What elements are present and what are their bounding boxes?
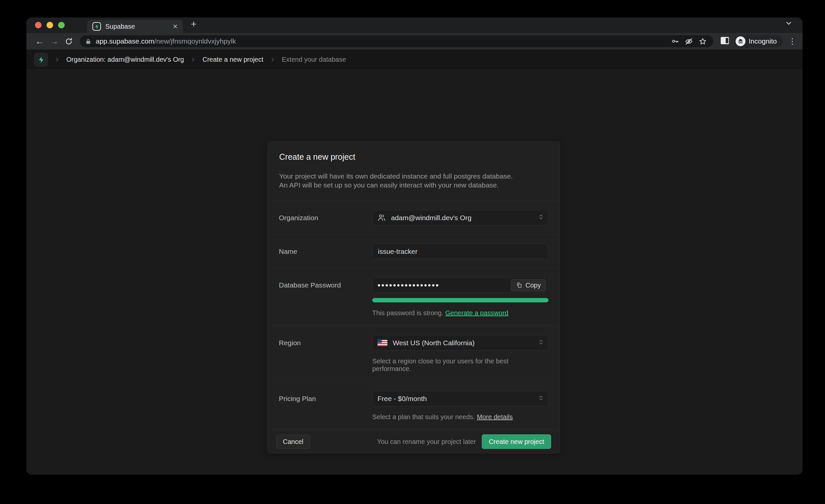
chevron-right-icon	[191, 57, 196, 62]
browser-menu-icon[interactable]: ⋮	[788, 37, 797, 46]
name-row: Name	[268, 234, 560, 268]
password-input-wrapper: •••••••••••••••• Copy	[372, 277, 548, 293]
password-label: Database Password	[279, 277, 372, 317]
region-select[interactable]: West US (North California)	[372, 335, 548, 351]
select-chevrons-icon	[538, 214, 544, 222]
password-helper: This password is strong. Generate a pass…	[372, 309, 548, 317]
region-value: West US (North California)	[393, 339, 474, 347]
url-text: app.supabase.com/new/jfnsmqoynldvxjyhpyl…	[96, 37, 236, 45]
close-tab-icon[interactable]: ×	[173, 22, 177, 30]
bookmark-star-icon[interactable]	[696, 37, 710, 46]
password-strength-message: This password is strong.	[372, 309, 444, 316]
name-label: Name	[279, 243, 372, 259]
tab-title: Supabase	[105, 23, 169, 30]
window-controls	[26, 22, 73, 33]
copy-icon	[516, 282, 522, 288]
page-body: Create a new project Your project will h…	[26, 70, 803, 475]
region-row: Region West US (North California) Select…	[268, 326, 560, 381]
back-icon[interactable]: ←	[32, 36, 47, 47]
eye-off-icon[interactable]	[682, 37, 696, 46]
copy-label: Copy	[525, 281, 541, 289]
rename-note: You can rename your project later	[377, 438, 476, 446]
users-icon	[378, 214, 386, 222]
name-input[interactable]	[372, 243, 548, 259]
breadcrumb-extend-database: Extend your database	[282, 56, 346, 63]
url-bar[interactable]: app.supabase.com/new/jfnsmqoynldvxjyhpyl…	[80, 35, 713, 47]
screenshot-root: Supabase × + ← → app.supabase.com/new/jf…	[0, 0, 825, 504]
url-path: /new/jfnsmqoynldvxjyhpylk	[154, 37, 236, 45]
page-title: Create a new project	[279, 152, 548, 162]
incognito-badge: Incognito	[734, 35, 783, 48]
new-tab-button[interactable]: +	[191, 19, 197, 29]
card-footer: Cancel You can rename your project later…	[268, 430, 560, 453]
create-project-card: Create a new project Your project will h…	[267, 141, 560, 453]
breadcrumb-create-project[interactable]: Create a new project	[202, 56, 264, 63]
copy-password-button[interactable]: Copy	[511, 279, 546, 291]
lock-icon[interactable]	[85, 38, 91, 45]
app-header: Organization: adam@windmill.dev's Org Cr…	[26, 50, 803, 70]
zoom-window-button[interactable]	[58, 22, 65, 28]
select-chevrons-icon	[538, 395, 544, 403]
password-masked-value: ••••••••••••••••	[378, 281, 440, 289]
region-label: Region	[279, 335, 372, 373]
browser-window: Supabase × + ← → app.supabase.com/new/jf…	[26, 17, 803, 475]
tab-strip: Supabase × +	[26, 17, 803, 33]
password-key-icon[interactable]	[668, 37, 682, 45]
pricing-value: Free - $0/month	[378, 395, 427, 403]
description-line-1: Your project will have its own dedicated…	[279, 172, 548, 181]
card-description: Your project will have its own dedicated…	[279, 172, 548, 190]
cancel-button[interactable]: Cancel	[276, 435, 310, 448]
pricing-row: Pricing Plan Free - $0/month Select a pl…	[268, 381, 560, 430]
url-domain: app.supabase.com	[96, 37, 154, 45]
pricing-select[interactable]: Free - $0/month	[372, 391, 548, 406]
us-flag-icon	[378, 339, 387, 346]
pricing-helper: Select a plan that suits your needs. Mor…	[372, 413, 548, 421]
breadcrumb-organization[interactable]: Organization: adam@windmill.dev's Org	[66, 56, 184, 63]
supabase-logo-icon[interactable]	[34, 53, 48, 66]
create-new-project-button[interactable]: Create new project	[482, 434, 551, 449]
description-line-2: An API will be set up so you can easily …	[279, 181, 548, 190]
organization-select[interactable]: adam@windmill.dev's Org	[372, 210, 548, 225]
region-helper: Select a region close to your users for …	[372, 357, 548, 373]
minimize-window-button[interactable]	[47, 22, 53, 28]
incognito-label: Incognito	[749, 37, 777, 45]
reload-icon[interactable]	[61, 37, 76, 46]
incognito-icon	[736, 36, 745, 46]
chevron-right-icon	[55, 57, 60, 62]
organization-value: adam@windmill.dev's Org	[391, 214, 471, 222]
browser-toolbar: ← → app.supabase.com/new/jfnsmqoynldvxjy…	[26, 33, 803, 50]
card-header: Create a new project Your project will h…	[268, 142, 560, 201]
password-strength-bar	[372, 298, 548, 302]
tab-search-chevron-icon[interactable]	[785, 19, 793, 28]
pricing-label: Pricing Plan	[279, 391, 372, 421]
more-details-link[interactable]: More details	[477, 413, 513, 421]
select-chevrons-icon	[538, 339, 544, 347]
pricing-helper-text: Select a plan that suits your needs.	[372, 413, 475, 421]
organization-label: Organization	[279, 210, 372, 225]
supabase-favicon-icon	[92, 22, 101, 31]
generate-password-link[interactable]: Generate a password	[445, 309, 508, 316]
password-row: Database Password •••••••••••••••• Copy	[268, 268, 560, 326]
forward-icon[interactable]: →	[47, 36, 61, 47]
close-window-button[interactable]	[35, 22, 42, 28]
browser-tab-supabase[interactable]: Supabase ×	[87, 20, 183, 33]
chevron-right-icon	[270, 57, 275, 62]
side-panel-icon[interactable]	[721, 37, 729, 46]
organization-row: Organization adam@windmill.dev's Org	[268, 201, 560, 234]
